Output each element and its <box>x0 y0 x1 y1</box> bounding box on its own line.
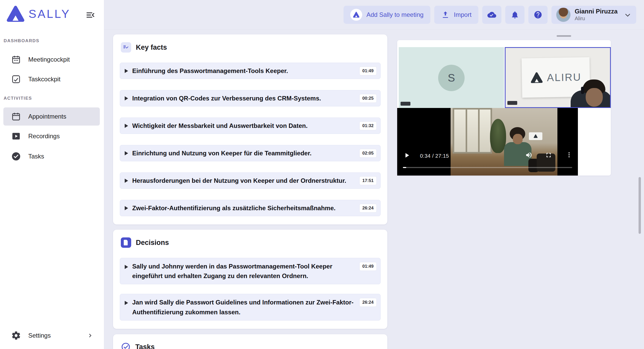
key-fact-item[interactable]: Einrichtung und Nutzung von Keeper für d… <box>120 145 381 161</box>
key-fact-item[interactable]: Zwei-Faktor-Authentifizierung als zusätz… <box>120 200 381 216</box>
sidebar-item-taskcockpit[interactable]: Taskcockpit <box>3 70 100 88</box>
question-mark-icon <box>534 10 542 19</box>
sidebar-item-label: Recordings <box>28 133 60 140</box>
window-scene <box>453 108 492 154</box>
section-label-activities: ACTIVITIES <box>4 96 32 101</box>
cloud-sync-button[interactable] <box>482 6 501 24</box>
menu-open-icon <box>85 10 96 20</box>
check-circle-icon <box>11 151 21 161</box>
sidebar-item-appointments[interactable]: Appointments <box>3 107 100 126</box>
card-title: Key facts <box>136 43 167 52</box>
user-org: Aliru <box>575 15 618 21</box>
participant-tile-sally[interactable]: S <box>399 47 504 108</box>
key-fact-text: Integration von QR-Codes zur Verbesserun… <box>132 93 355 103</box>
video-frame <box>451 108 557 176</box>
person-scene <box>513 134 523 144</box>
calendar-icon <box>11 112 21 121</box>
notifications-button[interactable] <box>505 6 524 24</box>
task-check-icon <box>11 74 21 84</box>
volume-button[interactable] <box>525 151 533 159</box>
sidebar-item-tasks[interactable]: Tasks <box>3 147 100 165</box>
expand-arrow-icon <box>125 124 128 128</box>
expand-arrow-icon <box>125 96 128 100</box>
calendar-month-icon <box>11 55 21 64</box>
sidebar-item-recordings[interactable]: Recordings <box>3 127 100 145</box>
participant-name-chip <box>507 101 517 105</box>
decision-text: Jan wird Sally die Passwort Guidelines u… <box>132 297 355 317</box>
task-alt-icon <box>121 342 131 349</box>
sidebar-item-settings[interactable]: Settings <box>3 326 100 345</box>
sidebar-item-label: Taskcockpit <box>28 76 60 83</box>
key-fact-text: Herausforderungen bei der Nutzung von Ke… <box>132 176 355 185</box>
timestamp-badge[interactable]: 01:32 <box>359 121 377 130</box>
plant-scene <box>490 119 506 153</box>
key-facts-header: Key facts <box>121 42 381 53</box>
sidebar-item-label: Settings <box>28 332 51 339</box>
tasks-header: Tasks <box>121 342 381 349</box>
key-facts-list: Einführung des Passwortmanagement-Tools … <box>120 63 381 216</box>
key-fact-text: Wichtigkeit der Messbarkeit und Auswertb… <box>132 121 355 130</box>
fullscreen-button[interactable] <box>545 151 552 159</box>
upload-icon <box>441 10 450 19</box>
sidebar-item-label: Tasks <box>28 153 44 160</box>
app-root: SALLY DASHBOARDS Meetingcockpit Taskcock… <box>0 0 644 349</box>
video-timestamp: 0:34 / 27:15 <box>420 153 449 159</box>
timestamp-badge[interactable]: 26:24 <box>359 204 377 213</box>
sally-logo-icon <box>6 5 25 23</box>
participant-tile-speaker[interactable]: ALIRU <box>505 47 611 108</box>
decision-item[interactable]: Sally und Johnny werden in das Passwortm… <box>120 258 381 284</box>
add-sally-label: Add Sally to meeting <box>366 11 423 18</box>
brand-name: SALLY <box>29 7 71 21</box>
help-button[interactable] <box>528 6 548 24</box>
video-overflow-menu-button[interactable] <box>566 151 572 159</box>
key-fact-item[interactable]: Integration von QR-Codes zur Verbesserun… <box>120 90 381 106</box>
aliru-logo-icon <box>530 71 543 84</box>
chevron-right-icon <box>87 332 94 339</box>
expand-arrow-icon <box>125 151 128 155</box>
import-label: Import <box>454 11 472 18</box>
video-library-icon <box>11 131 21 141</box>
video-progress-played <box>403 167 406 168</box>
sidebar-item-meetingcockpit[interactable]: Meetingcockpit <box>3 50 100 69</box>
timestamp-badge[interactable]: 01:49 <box>359 67 377 75</box>
page-scrollbar[interactable] <box>639 177 641 234</box>
sidebar: SALLY DASHBOARDS Meetingcockpit Taskcock… <box>0 0 104 349</box>
decision-text: Sally und Johnny werden in das Passwortm… <box>132 261 355 281</box>
brand-logo: SALLY <box>6 5 71 23</box>
document-icon <box>121 237 131 248</box>
panel-drag-handle[interactable] <box>557 35 571 37</box>
aliru-wordmark: ALIRU <box>547 71 582 83</box>
bell-icon <box>510 10 519 19</box>
timestamp-badge[interactable]: 02:05 <box>359 149 377 158</box>
timestamp-badge[interactable]: 17:51 <box>359 176 377 185</box>
video-player[interactable]: 0:34 / 27:15 <box>397 108 578 176</box>
video-progress-bar[interactable] <box>403 167 572 168</box>
chevron-down-icon <box>624 11 632 19</box>
add-sally-to-meeting-button[interactable]: Add Sally to meeting <box>344 6 430 24</box>
key-facts-card: Key facts Einführung des Passwortmanagem… <box>113 34 387 224</box>
timestamp-badge[interactable]: 01:49 <box>359 262 377 271</box>
sidebar-collapse-button[interactable] <box>85 10 96 20</box>
decisions-list: Sally und Johnny werden in das Passwortm… <box>120 258 381 321</box>
import-button[interactable]: Import <box>434 6 478 24</box>
timestamp-badge[interactable]: 26:24 <box>359 298 377 307</box>
card-title: Tasks <box>135 343 155 349</box>
user-menu[interactable]: Gianni Piruzza Aliru <box>551 6 636 24</box>
sidebar-item-label: Appointments <box>28 113 66 120</box>
decision-item[interactable]: Jan wird Sally die Passwort Guidelines u… <box>120 294 381 320</box>
play-button[interactable] <box>403 151 411 159</box>
key-fact-item[interactable]: Wichtigkeit der Messbarkeit und Auswertb… <box>120 118 381 134</box>
section-label-dashboards: DASHBOARDS <box>4 38 39 43</box>
participant-name-chip <box>401 102 410 106</box>
expand-arrow-icon <box>125 265 128 269</box>
key-fact-text: Zwei-Faktor-Authentifizierung als zusätz… <box>132 203 355 213</box>
avatar <box>556 8 571 22</box>
key-fact-text: Einrichtung und Nutzung von Keeper für d… <box>132 148 355 158</box>
key-fact-item[interactable]: Einführung des Passwortmanagement-Tools … <box>120 63 381 79</box>
expand-arrow-icon <box>125 69 128 73</box>
user-name: Gianni Piruzza <box>575 8 618 15</box>
key-fact-item[interactable]: Herausforderungen bei der Nutzung von Ke… <box>120 172 381 189</box>
video-panel: S ALIRU <box>397 40 611 176</box>
timestamp-badge[interactable]: 00:25 <box>359 94 377 103</box>
decisions-card: Decisions Sally und Johnny werden in das… <box>113 230 387 329</box>
